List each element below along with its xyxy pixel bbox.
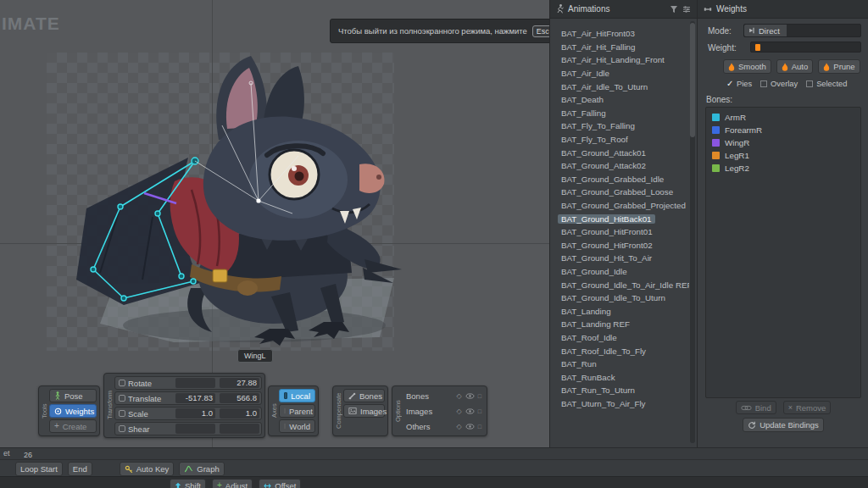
toggle-label: Pies	[737, 80, 752, 88]
transform-value-field-2[interactable]: 27.88	[220, 378, 259, 388]
shift-button[interactable]: Shift	[170, 479, 206, 488]
smooth-button[interactable]: Smooth	[723, 59, 771, 74]
dopesheet-tab-fragment[interactable]: et	[3, 449, 10, 458]
transform-value-field-2[interactable]	[220, 424, 259, 434]
bone-item[interactable]: WingR	[709, 136, 858, 149]
transform-value-field-2[interactable]: 566.8	[220, 393, 259, 403]
animation-list-item[interactable]: BAT_Air_Hit_Falling	[550, 41, 689, 54]
axes-world-button[interactable]: World	[279, 419, 315, 433]
animation-list-item[interactable]: BAT_Run	[550, 358, 689, 371]
animation-list-item[interactable]: BAT_Landing REF	[550, 318, 689, 331]
bat-character-artwork[interactable]	[0, 0, 549, 447]
animation-list-item[interactable]: BAT_Ground_Idle_To_Uturn	[550, 291, 689, 305]
transform-value-field-1[interactable]: 1.0	[175, 408, 215, 419]
visibility-eye-icon[interactable]	[465, 408, 475, 414]
transform-row[interactable]: Rotate 27.88	[114, 376, 262, 390]
animation-list-item[interactable]: BAT_Death	[550, 93, 689, 107]
weight-slider-thumb[interactable]	[755, 44, 760, 51]
animation-name: BAT_Ground_HitFront01	[558, 227, 656, 236]
bone-item[interactable]: ForearmR	[709, 124, 858, 136]
auto-button[interactable]: Auto	[776, 59, 814, 74]
adjust-button[interactable]: + Adjust	[212, 479, 253, 488]
animation-list-item[interactable]: BAT_Ground_HitFront01	[550, 225, 689, 239]
checkbox[interactable]	[726, 80, 733, 87]
compensate-images-label: Images	[360, 407, 387, 416]
display-toggle[interactable]: Overlay	[760, 80, 798, 88]
graph-button[interactable]: Graph	[179, 462, 224, 476]
animation-list-item[interactable]: BAT_Ground_Grabbed_Projected	[550, 199, 689, 213]
animation-list-item[interactable]: BAT_Ground_HitBack01	[550, 212, 689, 225]
animation-list-item[interactable]: BAT_Air_Idle	[550, 67, 689, 80]
select-box-icon[interactable]: □	[478, 393, 481, 399]
transform-row[interactable]: Translate -517.83 566.8	[114, 391, 262, 405]
prune-button[interactable]: Prune	[818, 59, 860, 74]
animation-list-item[interactable]: BAT_Uturn_To_Air_Fly	[550, 397, 689, 411]
animation-list-item[interactable]: BAT_Ground_Idle_To_Air_Idle REF	[550, 278, 689, 291]
animation-list-item[interactable]: BAT_Air_Idle_To_Uturn	[550, 80, 689, 93]
remove-button[interactable]: × Remove	[783, 401, 832, 414]
checkbox[interactable]	[806, 80, 813, 87]
checkbox[interactable]	[760, 80, 767, 87]
compensate-images-button[interactable]: Images	[343, 404, 385, 418]
animation-list-item[interactable]: BAT_Falling	[550, 107, 689, 120]
animation-list-item[interactable]: BAT_Air_Hit_Landing_Front	[550, 53, 689, 67]
transform-value-field-1[interactable]	[175, 378, 215, 388]
animation-list-item[interactable]: BAT_Ground_Hit_To_Air	[550, 252, 689, 265]
weights-tool-button[interactable]: Weights	[49, 404, 97, 418]
bind-button[interactable]: Bind	[736, 401, 776, 414]
offset-button[interactable]: Offset	[259, 479, 301, 488]
transform-value-field-1[interactable]	[175, 424, 215, 434]
animation-list-item[interactable]: BAT_Ground_Grabbed_Loose	[550, 186, 689, 199]
key-diamond-icon[interactable]: ◇	[457, 423, 462, 430]
weight-slider[interactable]	[750, 42, 861, 53]
visibility-eye-icon[interactable]	[465, 393, 475, 399]
axes-parent-button[interactable]: Parent	[279, 404, 315, 418]
viewport[interactable]: IMATE	[0, 0, 549, 447]
animation-name: BAT_Falling	[558, 108, 609, 118]
animation-list-item[interactable]: BAT_Ground_HitFront02	[550, 239, 689, 252]
transform-row[interactable]: Shear	[114, 422, 262, 435]
compensate-bones-button[interactable]: Bones	[343, 389, 385, 402]
key-diamond-icon[interactable]: ◇	[457, 392, 462, 400]
display-toggle[interactable]: Selected	[806, 80, 847, 88]
bone-item[interactable]: LegR2	[709, 162, 858, 175]
animations-scrollbar-thumb[interactable]	[690, 23, 695, 137]
animation-list-item[interactable]: BAT_Air_HitFront03	[550, 27, 689, 41]
animation-list-item[interactable]: BAT_Run_To_Uturn	[550, 384, 689, 397]
visibility-eye-icon[interactable]	[465, 424, 475, 430]
animation-list-item[interactable]: BAT_Fly_To_Falling	[550, 119, 689, 133]
animation-list-item[interactable]: BAT_Ground_Grabbed_Idle	[550, 173, 689, 186]
display-toggle[interactable]: Pies	[726, 80, 752, 88]
animation-list-item[interactable]: BAT_Roof_Idle	[550, 331, 689, 345]
animation-list-item[interactable]: BAT_Ground_Attack01	[550, 146, 689, 159]
axes-local-button[interactable]: Local	[279, 389, 315, 402]
transform-row-icon	[119, 425, 125, 432]
pose-tool-button[interactable]: Pose	[49, 389, 97, 402]
create-tool-button[interactable]: + Create	[49, 419, 97, 433]
bone-name: LegR1	[725, 151, 749, 160]
animation-list-item[interactable]: BAT_RunBack	[550, 370, 689, 384]
transform-row[interactable]: Scale 1.0 1.0	[114, 407, 262, 420]
animations-scrollbar[interactable]	[690, 21, 695, 443]
auto-key-button[interactable]: Auto Key	[120, 462, 175, 476]
animation-list-item[interactable]: BAT_Roof_Idle_To_Fly	[550, 344, 689, 358]
animation-list-item[interactable]: BAT_Fly_To_Roof	[550, 133, 689, 147]
end-button[interactable]: End	[68, 462, 92, 476]
animation-list-item[interactable]: BAT_Ground_Idle	[550, 265, 689, 279]
animation-list-item[interactable]: BAT_Landing	[550, 304, 689, 318]
animations-panel-header[interactable]: Animations	[550, 0, 697, 19]
bone-item[interactable]: ArmR	[709, 111, 858, 124]
mode-dropdown[interactable]: Direct	[743, 24, 861, 37]
bone-item[interactable]: LegR1	[709, 149, 858, 162]
key-diamond-icon[interactable]: ◇	[457, 408, 462, 415]
select-box-icon[interactable]: □	[478, 408, 481, 414]
animation-list-item[interactable]: BAT_Ground_Attack02	[550, 159, 689, 173]
select-box-icon[interactable]: □	[478, 424, 481, 430]
weights-panel-header[interactable]: Weights	[698, 0, 868, 19]
settings-sliders-icon[interactable]	[682, 5, 691, 14]
transform-value-field-2[interactable]: 1.0	[220, 408, 259, 419]
transform-value-field-1[interactable]: -517.83	[175, 393, 215, 403]
update-bindings-button[interactable]: Update Bindings	[743, 418, 824, 432]
loop-start-button[interactable]: Loop Start	[15, 462, 63, 476]
filter-icon[interactable]	[670, 5, 678, 14]
